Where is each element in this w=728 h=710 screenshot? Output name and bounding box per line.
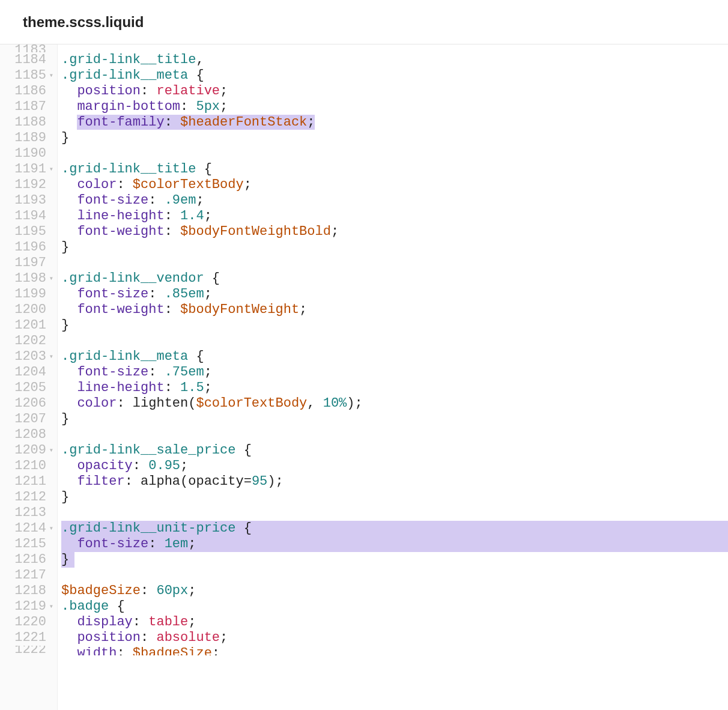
- code-line[interactable]: color: lighten($colorTextBody, 10%);: [61, 396, 728, 411]
- code-line[interactable]: }: [61, 240, 728, 255]
- code-line[interactable]: }: [61, 411, 728, 427]
- code-token: .grid-link__title: [61, 52, 196, 67]
- code-line[interactable]: .grid-link__meta {: [61, 349, 728, 365]
- code-token: 10%: [323, 396, 347, 411]
- code-line[interactable]: font-size: 1em;: [61, 536, 728, 552]
- code-line[interactable]: position: relative;: [61, 83, 728, 99]
- code-line[interactable]: $badgeSize: 60px;: [61, 583, 728, 599]
- code-token: :: [148, 536, 164, 551]
- line-number: 1197: [12, 255, 53, 271]
- code-token: ;: [188, 536, 196, 551]
- line-number: 1220: [12, 614, 53, 630]
- code-token: color: [77, 396, 117, 411]
- code-line[interactable]: .grid-link__title,: [61, 52, 728, 68]
- code-line[interactable]: font-family: $headerFontStack;: [61, 115, 728, 130]
- code-token: ;: [220, 99, 228, 114]
- code-token: :: [148, 193, 164, 208]
- code-token: .grid-link__title: [61, 162, 196, 177]
- fold-toggle-icon[interactable]: ▾: [47, 68, 53, 83]
- fold-spacer: [47, 115, 53, 130]
- code-token: .grid-link__vendor: [61, 271, 204, 286]
- line-number: 1222: [12, 646, 53, 655]
- code-line[interactable]: }: [61, 490, 728, 505]
- code-line[interactable]: margin-bottom: 5px;: [61, 99, 728, 115]
- code-token: $badgeSize: [61, 583, 141, 598]
- code-line[interactable]: }: [61, 552, 728, 568]
- code-line[interactable]: [61, 568, 728, 583]
- code-token: .badge: [61, 599, 109, 614]
- line-number: 1203▾: [12, 349, 53, 365]
- code-token: $headerFontStack: [180, 115, 307, 130]
- fold-spacer: [47, 646, 53, 655]
- code-line[interactable]: .badge {: [61, 599, 728, 614]
- code-line[interactable]: position: absolute;: [61, 630, 728, 646]
- code-token: absolute: [156, 630, 220, 645]
- code-token: font-size: [77, 287, 148, 302]
- file-tab-title[interactable]: theme.scss.liquid: [23, 14, 144, 31]
- line-number: 1219▾: [12, 599, 53, 614]
- code-line[interactable]: width: $badgeSize;: [61, 646, 728, 655]
- fold-toggle-icon[interactable]: ▾: [47, 162, 53, 177]
- code-token: .85em: [165, 287, 204, 302]
- code-token: [61, 115, 77, 130]
- code-token: font-family: [77, 115, 164, 130]
- code-line[interactable]: [61, 255, 728, 271]
- tab-bar: theme.scss.liquid: [0, 0, 728, 44]
- code-line[interactable]: font-weight: $bodyFontWeight;: [61, 302, 728, 318]
- code-line[interactable]: [61, 505, 728, 521]
- code-line[interactable]: opacity: 0.95;: [61, 458, 728, 474]
- code-line[interactable]: [61, 146, 728, 162]
- line-number: 1209▾: [12, 443, 53, 458]
- code-token: relative: [156, 83, 220, 99]
- fold-toggle-icon[interactable]: ▾: [47, 599, 53, 614]
- fold-toggle-icon[interactable]: ▾: [47, 443, 53, 458]
- fold-spacer: [47, 255, 53, 271]
- fold-toggle-icon[interactable]: ▾: [47, 521, 53, 536]
- code-token: ;: [212, 646, 220, 655]
- code-token: font-size: [77, 365, 148, 380]
- code-line[interactable]: font-weight: $bodyFontWeightBold;: [61, 224, 728, 240]
- code-area[interactable]: .grid-link__title,.grid-link__meta { pos…: [58, 44, 728, 710]
- code-token: 0.95: [148, 458, 180, 473]
- fold-spacer: [47, 490, 53, 505]
- fold-toggle-icon[interactable]: ▾: [47, 349, 53, 365]
- code-token: [61, 193, 77, 208]
- code-line[interactable]: line-height: 1.4;: [61, 208, 728, 224]
- code-line[interactable]: .grid-link__title {: [61, 162, 728, 177]
- line-number: 1218: [12, 583, 53, 599]
- code-line[interactable]: [61, 44, 728, 52]
- code-line[interactable]: [61, 333, 728, 349]
- fold-spacer: [47, 458, 53, 474]
- line-number: 1211: [12, 474, 53, 490]
- fold-toggle-icon[interactable]: ▾: [47, 271, 53, 287]
- code-line[interactable]: }: [61, 318, 728, 333]
- code-line[interactable]: .grid-link__sale_price {: [61, 443, 728, 458]
- code-editor[interactable]: 1183 1184 1185▾1186 1187 1188 1189 1190 …: [0, 44, 728, 710]
- code-line[interactable]: [61, 427, 728, 443]
- code-line[interactable]: color: $colorTextBody;: [61, 177, 728, 193]
- code-token: [61, 224, 77, 239]
- line-number: 1208: [12, 427, 53, 443]
- code-token: :: [117, 396, 132, 411]
- line-number: 1212: [12, 490, 53, 505]
- line-number-text: 1215: [14, 536, 46, 552]
- code-line[interactable]: font-size: .85em;: [61, 287, 728, 302]
- code-line[interactable]: }: [61, 130, 728, 146]
- line-number-text: 1208: [14, 427, 46, 443]
- code-line[interactable]: display: table;: [61, 614, 728, 630]
- code-line[interactable]: font-size: .9em;: [61, 193, 728, 208]
- code-line[interactable]: .grid-link__meta {: [61, 68, 728, 83]
- code-line[interactable]: filter: alpha(opacity=95);: [61, 474, 728, 490]
- code-line[interactable]: .grid-link__vendor {: [61, 271, 728, 287]
- code-token: :: [148, 287, 164, 302]
- code-line[interactable]: font-size: .75em;: [61, 365, 728, 380]
- code-line[interactable]: .grid-link__unit-price {: [61, 521, 728, 536]
- line-number-gutter: 1183 1184 1185▾1186 1187 1188 1189 1190 …: [0, 44, 58, 710]
- code-token: }: [61, 490, 69, 505]
- line-number: 1202: [12, 333, 53, 349]
- fold-spacer: [47, 411, 53, 427]
- line-number: 1187: [12, 99, 53, 115]
- code-token: [61, 365, 77, 380]
- line-number: 1186: [12, 83, 53, 99]
- code-line[interactable]: line-height: 1.5;: [61, 380, 728, 396]
